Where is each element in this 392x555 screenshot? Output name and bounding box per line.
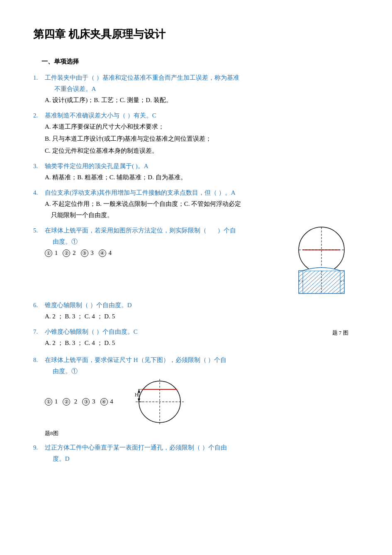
q1-num: 1. [33, 72, 45, 83]
q4-answer: A. 不起定位作用；B. 一般来说点限制一个自由度；C. 不管如何浮动必定 只能… [45, 198, 359, 221]
question-5: 5. 在球体上铣平面，若采用如图所示方法定位，则实际限制（ ）个自 由度。① ①… [33, 225, 359, 296]
q2-c: C. 定位元件和定位基准本身的制造误差。 [45, 145, 359, 156]
q2-a: A. 本道工序要保证的尺寸大小和技术要求； [45, 121, 359, 132]
question-4: 4. 自位支承(浮动支承)其作用增加与工件接触的支承点数目，但（ ）。A A. … [33, 187, 359, 221]
question-3: 3. 轴类零件定位用的顶尖孔是属于( )。A A. 精基准；B. 粗基准；C. … [33, 161, 359, 183]
q9-text: 过正方体工件中心垂直于某一表面打一通孔，必须限制（ ）个自由 度。D [45, 442, 359, 465]
q7-answer: A. 2 ； B. 3 ； C. 4 ； D. 5 [45, 337, 317, 349]
q5-text: 在球体上铣平面，若采用如图所示方法定位，则实际限制（ ）个自 由度。① [45, 225, 276, 247]
q6-text: 锥度心轴限制（ ）个自由度。D [45, 300, 359, 311]
q8-diagram: H [127, 377, 193, 427]
question-9: 9. 过正方体工件中心垂直于某一表面打一通孔，必须限制（ ）个自由 度。D [33, 442, 359, 465]
q7-num: 7. [33, 326, 45, 337]
chapter-title: 第四章 机床夹具原理与设计 [33, 25, 359, 44]
q3-answer: A. 精基准；B. 粗基准；C. 辅助基准；D. 自为基准。 [45, 172, 359, 183]
q4-text: 自位支承(浮动支承)其作用增加与工件接触的支承点数目，但（ ）。A [45, 187, 359, 198]
q3-text: 轴类零件定位用的顶尖孔是属于( )。A [45, 161, 359, 172]
svg-text:H: H [135, 392, 139, 398]
q8-num: 8. [33, 355, 45, 366]
q2-num: 2. [33, 110, 45, 121]
q1-text: 工件装夹中由于（ ）基准和定位基准不重合而产生加工误差，称为基准 不重合误差。A [45, 72, 359, 95]
question-6: 6. 锥度心轴限制（ ）个自由度。D A. 2 ； B. 3 ； C. 4 ； … [33, 300, 359, 322]
q7-text: 小锥度心轴限制（ ）个自由度。C [45, 326, 317, 337]
q3-num: 3. [33, 161, 45, 172]
q1-answer: A. 设计(或工序)；B. 工艺；C. 测量；D. 装配。 [45, 95, 359, 106]
section-title: 一、单项选择 [41, 56, 359, 67]
q8-text: 在球体上铣平面，要求保证尺寸 H（见下图），必须限制（ ）个自 由度。① [45, 355, 359, 377]
svg-marker-32 [138, 399, 140, 402]
question-7: 7. 小锥度心轴限制（ ）个自由度。C A. 2 ； B. 3 ； C. 4 ；… [33, 326, 359, 350]
q8-diagram-label: 题8图 [45, 428, 359, 438]
q8-options: ① 1 ② 2 ③ 3 ④ 4 H [45, 377, 359, 427]
q2-text: 基准制造不准确误差大小与（ ）有关。C [45, 110, 359, 121]
question-2: 2. 基准制造不准确误差大小与（ ）有关。C A. 本道工序要保证的尺寸大小和技… [33, 110, 359, 156]
q9-num: 9. [33, 442, 45, 453]
q5-diagram [280, 225, 357, 296]
q4-num: 4. [33, 187, 45, 198]
question-1: 1. 工件装夹中由于（ ）基准和定位基准不重合而产生加工误差，称为基准 不重合误… [33, 72, 359, 106]
q5-options: ① 1 ② 2 ③ 3 ④ 4 [45, 247, 276, 259]
q2-b: B. 只与本道工序设计(或工序)基准与定位基准之间位置误差； [45, 133, 359, 144]
q6-answer: A. 2 ； B. 3 ； C. 4 ； D. 5 [45, 311, 359, 322]
q6-num: 6. [33, 300, 45, 311]
question-8: 8. 在球体上铣平面，要求保证尺寸 H（见下图），必须限制（ ）个自 由度。① … [33, 355, 359, 438]
q5-num: 5. [33, 225, 45, 236]
q7-diagram-label: 题 7 图 [321, 328, 359, 337]
